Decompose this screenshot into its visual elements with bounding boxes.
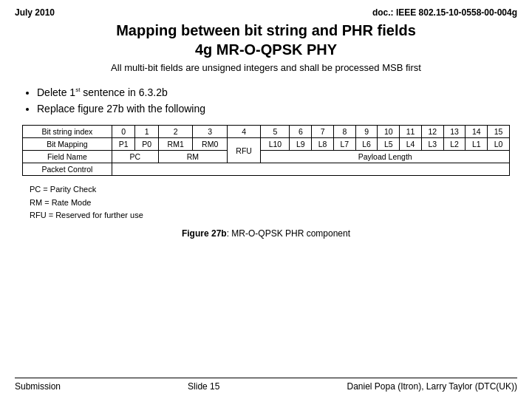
header-doc: doc.: IEEE 802.15-10-0558-00-004g (372, 7, 517, 18)
table-row-mapping: Bit Mapping P1 P0 RM1 RM0 RFU L10 L9 L8 … (23, 138, 510, 151)
cell-map-l0: L0 (488, 138, 510, 151)
cell-index-6: 6 (290, 126, 312, 138)
cell-index-13: 13 (443, 126, 466, 138)
cell-mapping-label: Bit Mapping (23, 138, 112, 151)
legend-rfu-text: RFU = Reserved for further use (30, 209, 143, 222)
table-container: Bit string index 0 1 2 3 4 5 6 7 8 9 10 … (22, 125, 510, 176)
legend-pc-text: PC = Parity Check (30, 183, 96, 197)
figure-bold: Figure 27b (182, 228, 227, 239)
cell-packet-span (112, 163, 509, 176)
phr-table: Bit string index 0 1 2 3 4 5 6 7 8 9 10 … (22, 125, 510, 176)
legend-rfu: RFU = Reserved for further use (30, 209, 502, 222)
legend-pc: PC = Parity Check (30, 183, 502, 197)
cell-fn-payload: Payload Length (261, 151, 510, 163)
cell-index-7: 7 (312, 126, 334, 138)
cell-index-10: 10 (378, 126, 400, 138)
bullet-1: Delete 1st sentence in 6.3.2b (37, 86, 517, 98)
title-subtitle: All multi-bit fields are unsigned intege… (15, 62, 517, 73)
legend-rm-text: RM = Rate Mode (30, 197, 91, 210)
cell-map-rm1: RM1 (158, 138, 192, 151)
cell-map-l1: L1 (466, 138, 488, 151)
footer-right: Daniel Popa (Itron), Larry Taylor (DTC(U… (347, 381, 517, 392)
cell-map-rfu-col: RFU (227, 138, 261, 163)
cell-map-l7: L7 (333, 138, 355, 151)
cell-map-rm0: RM0 (193, 138, 227, 151)
footer-left: Submission (15, 381, 61, 392)
cell-index-0: 0 (112, 126, 135, 138)
cell-index-label: Bit string index (23, 126, 112, 138)
cell-index-4: 4 (227, 126, 261, 138)
cell-map-p0: P0 (135, 138, 159, 151)
table-row-index: Bit string index 0 1 2 3 4 5 6 7 8 9 10 … (23, 126, 510, 138)
title-line2: 4g MR-O-QPSK PHY (15, 40, 517, 59)
figure-text: : MR-O-QPSK PHR component (227, 228, 350, 239)
cell-index-11: 11 (400, 126, 422, 138)
table-row-fieldname: Field Name PC RM Payload Length (23, 151, 510, 163)
cell-map-l2: L2 (443, 138, 466, 151)
footer-center: Slide 15 (188, 381, 219, 392)
cell-fieldname-label: Field Name (23, 151, 112, 163)
bullet-2: Replace figure 27b with the following (37, 103, 517, 115)
cell-map-l5: L5 (378, 138, 400, 151)
cell-fn-pc: PC (112, 151, 158, 163)
cell-index-2: 2 (158, 126, 192, 138)
cell-fn-rm: RM (158, 151, 227, 163)
cell-index-5: 5 (261, 126, 290, 138)
cell-packet-label: Packet Control (23, 163, 112, 176)
title-block: Mapping between bit string and PHR field… (15, 21, 517, 73)
cell-map-l3: L3 (421, 138, 443, 151)
cell-map-l9: L9 (290, 138, 312, 151)
legend-block: PC = Parity Check RM = Rate Mode RFU = R… (30, 183, 502, 222)
table-row-packet: Packet Control (23, 163, 510, 176)
cell-map-p1: P1 (112, 138, 135, 151)
cell-map-l6: L6 (355, 138, 378, 151)
header-date: July 2010 (15, 7, 55, 18)
cell-index-9: 9 (355, 126, 378, 138)
legend-rm: RM = Rate Mode (30, 197, 502, 210)
cell-index-15: 15 (488, 126, 510, 138)
cell-index-8: 8 (333, 126, 355, 138)
cell-map-l8: L8 (312, 138, 334, 151)
cell-index-12: 12 (421, 126, 443, 138)
bullet-list: Delete 1st sentence in 6.3.2b Replace fi… (37, 86, 517, 115)
footer: Submission Slide 15 Daniel Popa (Itron),… (15, 378, 517, 392)
figure-caption: Figure 27b: MR-O-QPSK PHR component (15, 228, 517, 239)
cell-index-1: 1 (135, 126, 159, 138)
cell-index-3: 3 (193, 126, 227, 138)
cell-map-l10: L10 (261, 138, 290, 151)
cell-map-l4: L4 (400, 138, 422, 151)
cell-index-14: 14 (466, 126, 488, 138)
title-line1: Mapping between bit string and PHR field… (15, 21, 517, 40)
